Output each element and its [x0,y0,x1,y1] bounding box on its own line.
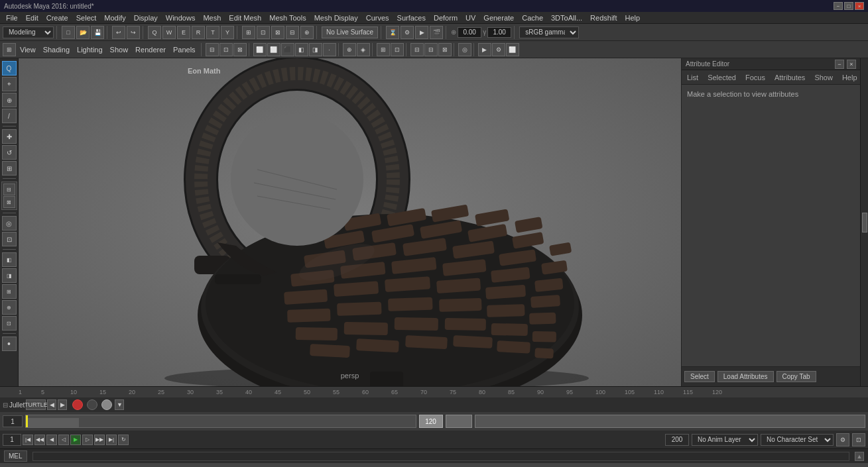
prev-key-btn[interactable]: ◀◀ [34,435,45,445]
layer-next-btn[interactable]: ▶ [58,399,67,410]
back-face-btn[interactable]: ⊠ [438,43,452,56]
renderer-menu[interactable]: Renderer [132,45,169,54]
new-scene-btn[interactable]: □ [62,26,75,39]
display-layer-btn[interactable]: ◧ [2,252,17,267]
toolbar2-icon1[interactable]: ⊞ [3,43,16,56]
wireframe-btn[interactable]: ⬜ [253,43,267,56]
shading-menu[interactable]: Shading [40,45,73,54]
pencil-btn[interactable]: / [2,109,17,123]
layer-options-btn[interactable]: ▼ [115,399,124,410]
next-frame-btn[interactable]: ▷ [82,435,93,445]
select-mode-btn[interactable]: Q [148,26,161,39]
select-btn[interactable]: Select [684,371,715,382]
poly-cnt-btn[interactable]: ⊕ [2,300,17,315]
smooth-wire-btn[interactable]: ⬜ [267,43,280,56]
render-settings-btn[interactable]: ⚙ [401,26,414,39]
timeline-bar[interactable] [25,415,416,428]
snap-point-btn[interactable]: ⊠ [271,26,284,39]
layer-color-red[interactable] [71,398,84,411]
menu-select[interactable]: Select [73,13,100,23]
go-start-btn[interactable]: |◀ [23,435,33,445]
lighting-menu[interactable]: Lighting [74,45,106,54]
menu-curves[interactable]: Curves [363,13,393,23]
menu-windows[interactable]: Windows [162,13,199,23]
char-set-btn[interactable]: ⊡ [852,433,865,446]
menu-mesh[interactable]: Mesh [200,13,224,23]
save-btn[interactable]: 💾 [91,26,104,39]
grid-btn[interactable]: ⊞ [377,43,390,56]
menu-create[interactable]: Create [43,13,72,23]
menu-3dto[interactable]: 3DToAll... [548,13,586,23]
minimize-button[interactable]: − [834,2,843,10]
color-space-selector[interactable]: sRGB gamma [519,26,579,38]
end-frame-input[interactable] [665,434,689,446]
paint-sel-btn[interactable]: ⊕ [2,93,17,107]
snap-view-btn[interactable]: ⊟ [286,26,299,39]
mel-label[interactable]: MEL [4,450,27,462]
ipr-btn[interactable]: ▶ [415,26,428,39]
shading-btn[interactable]: ◈ [357,43,370,56]
no-live-surface-btn[interactable]: No Live Surface [322,26,378,38]
select-camera-btn[interactable]: ◎ [458,43,471,56]
gamma-input[interactable] [487,27,511,38]
smooth-btn[interactable]: ⬛ [281,43,294,56]
menu-mesh-display[interactable]: Mesh Display [311,13,361,23]
flat-btn[interactable]: ◧ [295,43,308,56]
ae-btn[interactable]: ⚙ [492,43,505,56]
command-line[interactable] [32,452,849,461]
ae-tab-help[interactable]: Help [839,72,860,83]
render-layer-btn[interactable]: ◨ [2,268,17,283]
xray-btn[interactable]: ⊟ [410,43,424,56]
ae-tab-list[interactable]: List [684,72,701,83]
menu-cache[interactable]: Cache [519,13,546,23]
history-btn[interactable]: ⌛ [386,26,399,39]
move-tool-btn[interactable]: ✚ [2,129,17,144]
menu-display[interactable]: Display [131,13,161,23]
menu-generate[interactable]: Generate [480,13,517,23]
playhead[interactable] [26,415,28,427]
bounding-btn[interactable]: ◨ [309,43,322,56]
range-block[interactable] [446,415,472,428]
copy-tab-btn[interactable]: Copy Tab [776,371,816,382]
close-button[interactable]: × [855,2,864,10]
hud-btn[interactable]: ⊡ [391,43,404,56]
menu-redshift[interactable]: Redshift [587,13,620,23]
undo-btn[interactable]: ↩ [112,26,125,39]
comp-mode-btn[interactable]: ⊠ [3,196,15,208]
frame-all-btn[interactable]: ⊡ [219,43,233,56]
rotate-btn[interactable]: E [177,26,190,39]
menu-edit[interactable]: Edit [23,13,42,23]
points-btn[interactable]: · [323,43,336,56]
render-btn[interactable]: 🎬 [430,26,443,39]
scroll-thumb[interactable] [862,213,867,233]
status-scroll-btn[interactable]: ▲ [855,452,864,461]
anim-layer-selector[interactable]: No Anim Layer [692,434,758,446]
last-tool-btn[interactable]: T [206,26,219,39]
play-fwd-btn[interactable]: ▶ [70,435,81,445]
obj-mode-btn[interactable]: ⊟ [3,183,15,195]
load-attr-btn[interactable]: Load Attributes [717,371,774,382]
timeline-track[interactable]: 120 [0,412,868,431]
texture-btn[interactable]: ⊕ [343,43,356,56]
anim-layer-btn2[interactable]: ⊞ [2,284,17,299]
go-end-btn[interactable]: ▶| [106,435,117,445]
view-menu[interactable]: View [17,45,39,54]
scale-tool-btn[interactable]: ⊞ [2,161,17,176]
channel-btn[interactable]: ⊡ [2,316,17,331]
mode-selector[interactable]: Modeling Rigging Animation FX Rendering [3,26,54,38]
prev-frame-btn[interactable]: ◀ [46,435,57,445]
menu-file[interactable]: File [3,13,21,23]
snap-live-btn[interactable]: ⊕ [300,26,314,39]
char-set-selector[interactable]: No Character Set [761,434,834,446]
ipr2-btn[interactable]: ⬜ [506,43,519,56]
next-key-btn[interactable]: ▶▶ [94,435,105,445]
menu-edit-mesh[interactable]: Edit Mesh [225,13,265,23]
ae-minimize-btn[interactable]: − [835,60,844,69]
panels-menu[interactable]: Panels [170,45,199,54]
snap-tog-btn[interactable]: ⊡ [2,232,17,246]
scale-btn[interactable]: R [192,26,205,39]
move-btn[interactable]: W [162,26,176,39]
select-tool-btn[interactable]: Q [2,61,17,76]
soft-sel-btn[interactable]: ◎ [2,216,17,231]
menu-mesh-tools[interactable]: Mesh Tools [266,13,309,23]
